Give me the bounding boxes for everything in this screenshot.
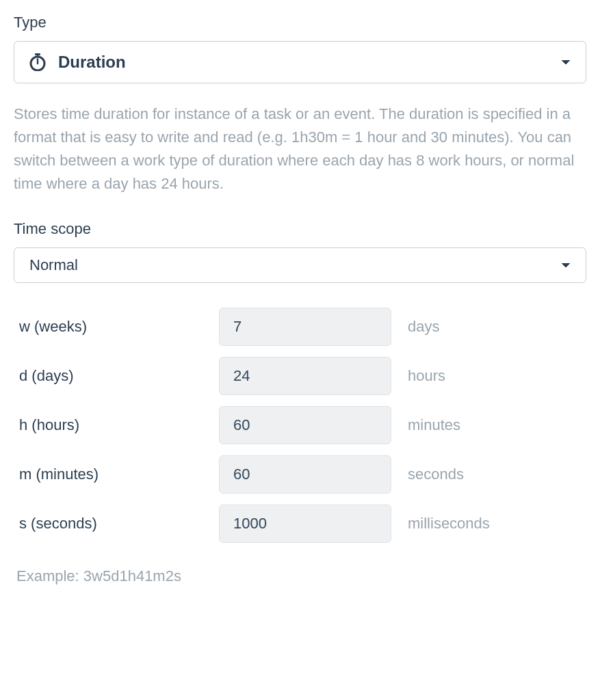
- unit-row-days: d (days) 24 hours: [14, 351, 586, 401]
- type-description: Stores time duration for instance of a t…: [14, 103, 586, 196]
- example-value: 3w5d1h41m2s: [83, 567, 181, 584]
- timescope-field: Time scope Normal: [14, 220, 586, 283]
- unit-suffix: milliseconds: [391, 515, 490, 533]
- unit-value-input[interactable]: 24: [219, 357, 391, 395]
- unit-label: w (weeks): [14, 318, 219, 336]
- unit-row-weeks: w (weeks) 7 days: [14, 302, 586, 351]
- timescope-label: Time scope: [14, 220, 586, 238]
- unit-label: h (hours): [14, 416, 219, 434]
- unit-label: d (days): [14, 367, 219, 385]
- unit-value-input[interactable]: 7: [219, 308, 391, 346]
- unit-suffix: days: [391, 318, 439, 336]
- unit-row-seconds: s (seconds) 1000 milliseconds: [14, 499, 586, 548]
- type-field: Type Duration: [14, 14, 586, 83]
- type-select-value: Duration: [58, 53, 126, 72]
- unit-suffix: hours: [391, 367, 445, 385]
- unit-suffix: seconds: [391, 466, 464, 483]
- units-table: w (weeks) 7 days d (days) 24 hours h (ho…: [14, 302, 586, 548]
- unit-value-input[interactable]: 1000: [219, 504, 391, 543]
- chevron-down-icon: [561, 59, 571, 65]
- example-text: Example: 3w5d1h41m2s: [14, 567, 586, 585]
- unit-value-input[interactable]: 60: [219, 455, 391, 494]
- unit-label: m (minutes): [14, 466, 219, 483]
- unit-label: s (seconds): [14, 515, 219, 533]
- stopwatch-icon: [29, 53, 46, 71]
- chevron-down-icon: [561, 262, 571, 268]
- type-select[interactable]: Duration: [14, 41, 586, 83]
- unit-suffix: minutes: [391, 416, 460, 434]
- type-label: Type: [14, 14, 586, 31]
- unit-row-hours: h (hours) 60 minutes: [14, 401, 586, 450]
- timescope-select-value: Normal: [29, 256, 78, 274]
- example-prefix: Example:: [16, 567, 83, 584]
- unit-value-input[interactable]: 60: [219, 406, 391, 444]
- unit-row-minutes: m (minutes) 60 seconds: [14, 450, 586, 499]
- timescope-select[interactable]: Normal: [14, 247, 586, 283]
